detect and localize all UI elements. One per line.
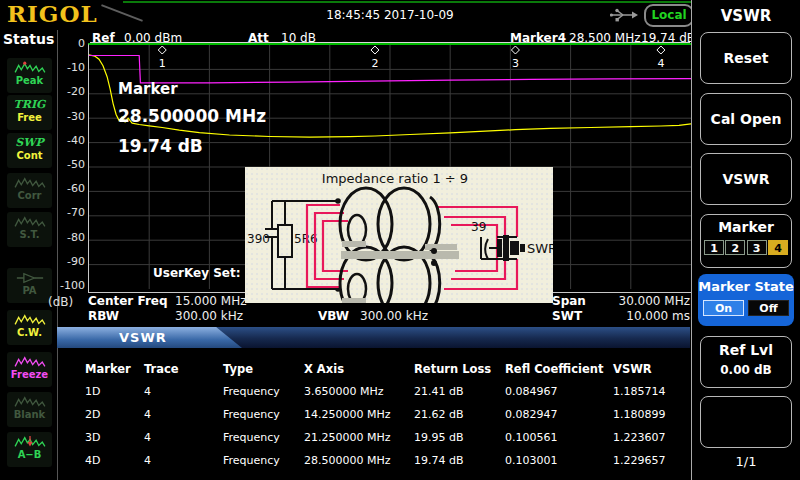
marker-number: 3	[512, 57, 519, 70]
table-row: 2D4Frequency14.250000 MHz21.62 dB0.08294…	[85, 408, 692, 421]
vbw-label: VBW	[318, 309, 349, 323]
cal-open-button[interactable]: Cal Open	[700, 93, 792, 145]
date-time: 18:45:45 2017-10-09	[300, 8, 480, 22]
core-tab-lower	[342, 298, 366, 303]
marker-state-on-toggle[interactable]: On	[703, 300, 744, 316]
table-row: 4D4Frequency28.500000 MHz19.74 dB0.10300…	[85, 454, 692, 467]
logo-slant-decoration	[101, 4, 143, 22]
cw-waveform-icon	[12, 313, 48, 327]
marker-2-button[interactable]: 2	[725, 240, 745, 255]
status-item-label: Blank	[7, 409, 52, 421]
y-axis-tick: -90	[40, 255, 85, 268]
y-axis-tick: -20	[40, 85, 85, 98]
marker-diamond	[371, 46, 379, 54]
core-ribbon-small	[425, 244, 457, 250]
swt-value: 10.000 ms	[595, 309, 690, 323]
core-tab-upper	[342, 241, 366, 247]
col-header-return-loss: Return Loss	[414, 362, 505, 376]
marker-4-button[interactable]: 4	[768, 240, 788, 255]
result-banner-title: VSWR	[119, 330, 167, 345]
ref-lvl-label: Ref Lvl	[701, 337, 791, 363]
marker-readout: Marker 28.500000 MHz 19.74 dB	[118, 80, 266, 156]
marker-number: 1	[159, 57, 166, 70]
vbw-value: 300.00 kHz	[360, 309, 428, 323]
marker-diamond	[511, 46, 519, 54]
rbw-label: RBW	[88, 309, 119, 323]
marker-diamond	[158, 46, 166, 54]
swt-label: SWT	[552, 309, 582, 323]
page-indicator: 1/1	[692, 454, 800, 469]
y-axis-tick: -40	[40, 134, 85, 147]
userkey-status: UserKey Set:S	[153, 266, 257, 280]
center-freq-value: 15.000 MHz	[175, 294, 246, 308]
on-off-row: On Off	[698, 300, 794, 316]
rigol-logo: RIGOL	[7, 0, 98, 27]
impedance-diagram-overlay: Impedance ratio 1 ÷ 9 390 5R6	[245, 167, 553, 303]
local-mode-badge: Local	[644, 4, 694, 27]
usb-icon	[610, 8, 638, 22]
y-axis-unit: (dB)	[48, 295, 73, 309]
core-ribbon	[341, 251, 459, 259]
center-freq-label: Center Freq	[88, 294, 168, 308]
marker-readout-freq: 28.500000 MHz	[118, 106, 266, 126]
marker-1-button[interactable]: 1	[704, 240, 724, 255]
ref-lvl-value: 0.00 dB	[701, 363, 791, 377]
output-cap-label: 39	[471, 220, 486, 234]
span-label: Span	[552, 294, 586, 308]
top-divider-line	[123, 1, 723, 3]
marker-state-label: Marker State	[698, 274, 794, 300]
softkey-panel: VSWR Reset Cal Open VSWR Marker 1 2 3 4 …	[692, 0, 800, 480]
diagram-title: Impedance ratio 1 ÷ 9	[322, 171, 468, 186]
rbw-value: 300.00 kHz	[175, 309, 243, 323]
col-header-x-axis: X Axis	[304, 362, 414, 376]
marker-readout-title: Marker	[118, 80, 266, 98]
y-axis-tick: -70	[40, 206, 85, 219]
reset-button[interactable]: Reset	[700, 32, 792, 84]
status-item-label: Freeze	[7, 369, 52, 381]
marker-readout-amp: 19.74 dB	[118, 136, 266, 156]
marker-diamond	[657, 46, 665, 54]
userkey-label: UserKey Set:	[153, 266, 241, 280]
vswr-button[interactable]: VSWR	[700, 153, 792, 205]
col-header-marker: Marker	[85, 362, 144, 376]
y-axis-tick: -50	[40, 158, 85, 171]
swr-port-label: SWR	[527, 241, 553, 256]
status-item-ab: A−B	[7, 432, 52, 467]
status-item-cw: C.W.	[7, 310, 52, 345]
col-header-type: Type	[223, 362, 304, 376]
status-item-freeze: Freeze	[7, 352, 52, 387]
result-banner: VSWR	[57, 327, 690, 348]
marker-select-label: Marker	[701, 215, 791, 240]
y-axis-tick: -30	[40, 110, 85, 123]
y-axis-tick: 0	[40, 37, 85, 50]
ref-lvl-button[interactable]: Ref Lvl 0.00 dB	[700, 336, 792, 388]
top-status-bar: RIGOL 18:45:45 2017-10-09 Local	[0, 0, 800, 30]
marker-table: Marker Trace Type X Axis Return Loss Ref…	[60, 352, 692, 480]
status-item-blank: Blank	[7, 392, 52, 427]
table-row: 1D4Frequency3.650000 MHz21.41 dB0.084967…	[85, 385, 692, 398]
status-item-label: C.W.	[7, 327, 52, 339]
col-header-vswr: VSWR	[613, 362, 692, 376]
input-cap-label: 390	[247, 232, 270, 246]
y-axis-tick: -10	[40, 61, 85, 74]
table-header-row: Marker Trace Type X Axis Return Loss Ref…	[85, 362, 692, 376]
table-row: 3D4Frequency21.250000 MHz19.95 dB0.10056…	[85, 431, 692, 444]
instrument-screen: { "top_bar": {"logo": "RIGOL", "clock": …	[0, 0, 800, 480]
marker-select-button[interactable]: Marker 1 2 3 4	[700, 214, 792, 268]
marker-state-button[interactable]: Marker State On Off	[698, 274, 794, 326]
ab-waveform-icon	[12, 435, 48, 449]
marker-number: 2	[371, 57, 378, 70]
status-item-label: A−B	[7, 449, 52, 461]
marker-number: 4	[657, 57, 664, 70]
y-axis-tick: -60	[40, 182, 85, 195]
marker-3-button[interactable]: 3	[747, 240, 767, 255]
y-axis-tick: -80	[40, 231, 85, 244]
col-header-trace: Trace	[144, 362, 223, 376]
y-axis-tick: -100	[40, 279, 85, 292]
blank-waveform-icon	[12, 395, 48, 409]
freeze-waveform-icon	[12, 355, 48, 369]
span-value: 30.000 MHz	[595, 294, 690, 308]
marker-state-off-toggle[interactable]: Off	[748, 300, 789, 316]
empty-softkey-button[interactable]	[700, 396, 792, 448]
col-header-refl-coefficient: Refl Coefficient	[505, 362, 613, 376]
